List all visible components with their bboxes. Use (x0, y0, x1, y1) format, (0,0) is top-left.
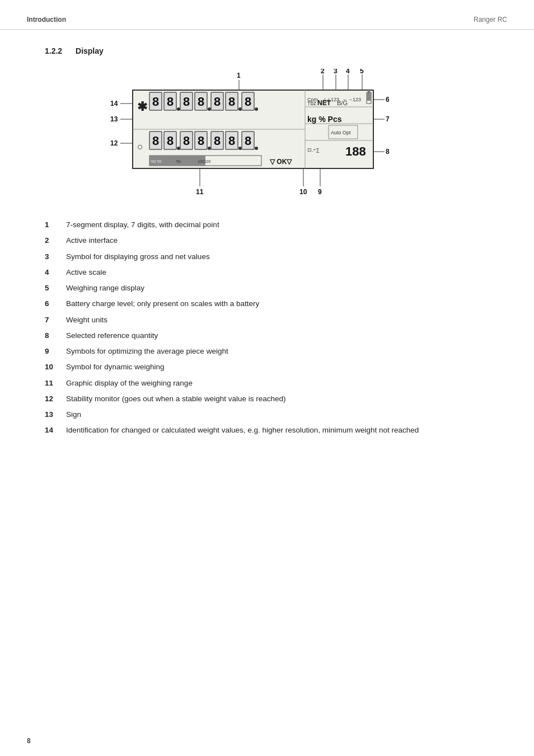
list-item: 14Identification for changed or calculat… (45, 425, 489, 436)
item-description: Stability monitor (goes out when a stabl… (66, 393, 489, 405)
svg-text:8: 8 (166, 135, 174, 149)
svg-text:8: 8 (213, 135, 221, 149)
page-footer: 8 (27, 737, 31, 745)
list-item: 12Stability monitor (goes out when a sta… (45, 393, 489, 405)
svg-text:4: 4 (346, 69, 350, 75)
svg-text:100100: 100100 (198, 159, 210, 163)
svg-text:5: 5 (360, 69, 364, 75)
svg-text:8: 8 (166, 96, 174, 110)
item-number: 3 (45, 251, 66, 262)
item-number: 4 (45, 267, 66, 278)
item-description: Identification for changed or calculated… (66, 425, 489, 436)
svg-point-25 (255, 107, 258, 111)
svg-text:8: 8 (182, 96, 190, 110)
diagram-svg: ✱ ○ 8 8 8 8 8 8 (88, 69, 446, 198)
list-item: 6Battery charge level; only present on s… (45, 298, 489, 309)
item-number: 7 (45, 314, 66, 326)
item-number: 5 (45, 283, 66, 294)
svg-text:†bz: †bz (307, 100, 316, 106)
svg-text:0  50: 0 50 (154, 159, 162, 163)
item-description: Symbol for dynamic weighing (66, 361, 489, 373)
svg-text:8: 8 (386, 148, 390, 156)
list-item: 3Symbol for displaying gross and net val… (45, 251, 489, 262)
svg-text:NET: NET (317, 99, 331, 107)
items-list: 17-segment display, 7 digits, with decim… (45, 219, 489, 436)
list-item: 11Graphic display of the weighing range (45, 378, 489, 389)
list-item: 9Symbols for optimizing the average piec… (45, 346, 489, 357)
svg-text:▽ OK▽: ▽ OK▽ (269, 158, 292, 166)
svg-point-40 (238, 147, 242, 150)
item-number: 14 (45, 425, 66, 436)
svg-text:8: 8 (152, 135, 159, 149)
svg-text:8: 8 (197, 135, 204, 149)
svg-text:8: 8 (244, 96, 251, 110)
svg-point-30 (177, 147, 180, 150)
item-description: Graphic display of the weighing range (66, 378, 489, 389)
item-number: 6 (45, 298, 66, 309)
list-item: 13Sign (45, 409, 489, 420)
svg-point-17 (208, 107, 211, 111)
svg-text:10: 10 (299, 188, 307, 196)
main-content: 1.2.2 Display ✱ ○ (0, 30, 534, 463)
svg-text:8: 8 (228, 96, 235, 110)
item-number: 1 (45, 219, 66, 231)
svg-text:✱: ✱ (137, 100, 148, 114)
item-number: 10 (45, 361, 66, 373)
svg-text:8: 8 (152, 96, 159, 110)
item-description: Weight units (66, 314, 489, 326)
list-item: 7Weight units (45, 314, 489, 326)
svg-text:3: 3 (334, 69, 338, 75)
item-description: Weighing range display (66, 283, 489, 294)
svg-text:⊡.÷∑: ⊡.÷∑ (307, 147, 320, 153)
page-header: Introduction Ranger RC (0, 0, 534, 30)
svg-text:14: 14 (110, 100, 118, 107)
svg-text:11: 11 (196, 188, 204, 196)
svg-text:kg % Pcs: kg % Pcs (307, 115, 342, 124)
svg-text:1: 1 (237, 72, 241, 79)
svg-text:Auto Opt: Auto Opt (331, 130, 351, 135)
svg-text:○: ○ (137, 141, 143, 152)
section-title: 1.2.2 Display (45, 46, 489, 55)
list-item: 5Weighing range display (45, 283, 489, 294)
list-item: 2Active interface (45, 235, 489, 246)
item-description: Symbols for optimizing the average piece… (66, 346, 489, 357)
item-number: 9 (45, 346, 66, 357)
item-number: 13 (45, 409, 66, 420)
svg-text:8: 8 (182, 135, 190, 149)
header-left: Introduction (27, 16, 66, 24)
svg-text:B/G: B/G (337, 100, 348, 106)
svg-text:2: 2 (321, 69, 325, 75)
svg-text:8: 8 (213, 96, 221, 110)
item-description: Active interface (66, 235, 489, 246)
svg-text:8: 8 (244, 135, 251, 149)
item-description: Sign (66, 409, 489, 420)
svg-point-43 (255, 147, 258, 150)
svg-text:8: 8 (228, 135, 235, 149)
item-number: 11 (45, 378, 66, 389)
list-item: 4Active scale (45, 267, 489, 278)
list-item: 17-segment display, 7 digits, with decim… (45, 219, 489, 231)
svg-text:12: 12 (110, 139, 118, 147)
section-name: Display (76, 46, 104, 55)
svg-text:8: 8 (197, 96, 204, 110)
item-description: 7-segment display, 7 digits, with decima… (66, 219, 489, 231)
item-description: Battery charge level; only present on sc… (66, 298, 489, 309)
item-number: 8 (45, 330, 66, 341)
svg-text:6: 6 (386, 96, 390, 104)
item-number: 12 (45, 393, 66, 405)
page-number: 8 (27, 737, 31, 745)
svg-rect-51 (368, 91, 370, 92)
item-number: 2 (45, 235, 66, 246)
svg-text:13: 13 (110, 115, 118, 123)
svg-text:7: 7 (386, 115, 390, 123)
display-diagram: ✱ ○ 8 8 8 8 8 8 (88, 69, 446, 199)
item-description: Selected reference quantity (66, 330, 489, 341)
svg-rect-52 (367, 92, 371, 101)
svg-point-22 (238, 107, 242, 111)
svg-text:9: 9 (318, 188, 322, 196)
svg-text:188: 188 (345, 144, 366, 158)
header-right: Ranger RC (474, 16, 507, 24)
item-description: Symbol for displaying gross and net valu… (66, 251, 489, 262)
section-number: 1.2.2 (45, 46, 62, 55)
item-description: Active scale (66, 267, 489, 278)
